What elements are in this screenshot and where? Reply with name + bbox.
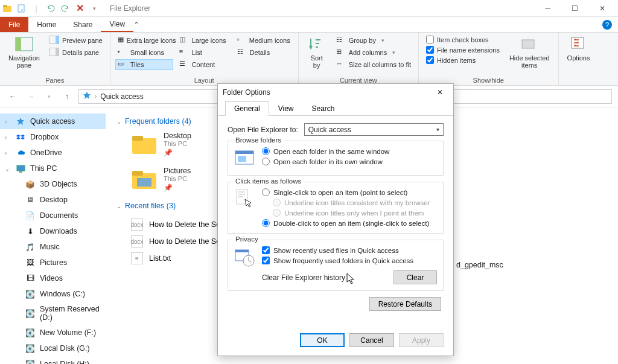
sidebar-item-drive-c[interactable]: 💽Windows (C:) (0, 286, 106, 302)
sidebar-item-3d-objects[interactable]: 📦3D Objects (0, 176, 106, 192)
sidebar-item-drive-g[interactable]: 💽Local Disk (G:) (0, 340, 106, 356)
details-pane-button[interactable]: Details pane (47, 47, 105, 58)
open-explorer-select[interactable]: Quick access▾ (304, 123, 444, 136)
ribbon-group-currentview: Sort by ☷Group by▾ ⊞Add columns▾ ↔Size a… (299, 33, 419, 85)
sidebar-item-downloads[interactable]: ⬇Downloads (0, 223, 106, 239)
radio-double-click[interactable]: Double-click to open an item (single-cli… (262, 219, 437, 227)
qat-delete-icon[interactable]: ✕ (75, 4, 84, 13)
apply-button[interactable]: Apply (399, 333, 444, 347)
radio-same-window[interactable]: Open each folder in the same window (262, 147, 437, 155)
cloud-icon (16, 148, 25, 158)
sidebar-item-documents[interactable]: 📄Documents (0, 208, 106, 223)
layout-details[interactable]: ☷Details (235, 47, 293, 58)
layout-small[interactable]: ▪Small icons (115, 47, 173, 58)
sidebar-dropbox[interactable]: ›Dropbox (0, 129, 106, 145)
clear-button[interactable]: Clear (393, 270, 437, 284)
sidebar-quick-access[interactable]: ›Quick access (0, 113, 106, 129)
dialog-tab-view[interactable]: View (269, 101, 303, 116)
radio-single-click[interactable]: Single-click to open an item (point to s… (262, 188, 437, 196)
radio-own-window[interactable]: Open each folder in its own window (262, 158, 437, 165)
folder-item-pictures[interactable]: PicturesThis PC📌 (131, 167, 191, 192)
pictures-icon: 🖼 (25, 258, 35, 267)
folder-item-desktop[interactable]: DesktopThis PC📌 (131, 132, 191, 157)
svg-marker-15 (16, 137, 21, 139)
add-columns-button[interactable]: ⊞Add columns▾ (334, 47, 413, 58)
nav-history-dropdown[interactable]: ▾ (42, 90, 56, 103)
nav-forward-button[interactable]: → (24, 90, 37, 103)
layout-large[interactable]: ◫Large icons (177, 35, 231, 46)
options-button[interactable]: Options (564, 35, 594, 63)
check-recent-files[interactable]: Show recently used files in Quick access (262, 246, 437, 254)
sidebar-item-drive-f[interactable]: 💽New Volume (F:) (0, 325, 106, 340)
sidebar-item-pictures[interactable]: 🖼Pictures (0, 255, 106, 270)
svg-rect-23 (137, 178, 151, 187)
txt-icon: ≡ (131, 252, 143, 264)
dialog-title: Folder Options (223, 88, 270, 97)
sidebar-item-desktop[interactable]: 🖥Desktop (0, 192, 106, 208)
drive-icon: 💽 (25, 308, 35, 318)
sidebar-item-drive-d[interactable]: 💽System Reserved (D:) (0, 302, 106, 325)
svg-rect-20 (132, 136, 143, 141)
sidebar-thispc[interactable]: ⌄This PC (0, 161, 106, 176)
sidebar-item-videos[interactable]: 🎞Videos (0, 270, 106, 286)
dialog-tab-general[interactable]: General (225, 101, 269, 116)
minimize-button[interactable]: ─ (534, 0, 561, 17)
cancel-button[interactable]: Cancel (349, 333, 394, 347)
dialog-titlebar: Folder Options ✕ (218, 84, 453, 101)
preview-pane-button[interactable]: Preview pane (47, 35, 105, 46)
qat-properties-icon[interactable] (17, 4, 27, 13)
cursor-click-icon (234, 188, 256, 210)
collapse-ribbon-icon[interactable]: ⌃ (133, 21, 139, 29)
navigation-pane-button[interactable]: Navigation pane (5, 35, 43, 70)
svg-rect-25 (235, 151, 253, 154)
help-icon[interactable]: ? (602, 20, 612, 30)
layout-extra-large[interactable]: ▦Extra large icons (115, 35, 173, 46)
check-file-extensions[interactable]: File name extensions (424, 45, 502, 54)
size-columns-button[interactable]: ↔Size all columns to fit (334, 59, 413, 70)
nav-up-button[interactable]: ↑ (60, 90, 74, 103)
dialog-tab-search[interactable]: Search (303, 101, 344, 116)
browse-folders-fieldset: Browse folders Open each folder in the s… (228, 141, 444, 176)
ribbon-group-options: Options (559, 33, 599, 85)
tab-view[interactable]: View (101, 17, 133, 32)
chevron-down-icon: ⌄ (116, 118, 121, 125)
sort-by-button[interactable]: Sort by (304, 35, 330, 70)
chevron-right-icon: › (5, 150, 7, 156)
layout-list[interactable]: ≡List (177, 47, 231, 58)
restore-defaults-button[interactable]: Restore Defaults (369, 297, 441, 311)
maximize-button[interactable]: ☐ (561, 0, 588, 17)
sidebar-item-music[interactable]: 🎵Music (0, 239, 106, 255)
dropbox-icon (16, 132, 25, 142)
sidebar-onedrive[interactable]: ›OneDrive (0, 145, 106, 161)
layout-content[interactable]: ☰Content (177, 59, 231, 70)
group-by-button[interactable]: ☷Group by▾ (334, 35, 413, 46)
svg-rect-6 (56, 36, 59, 44)
hide-selected-button[interactable]: Hide selected items (506, 35, 553, 70)
sidebar-item-drive-h[interactable]: 💽Local Disk (H:) (0, 356, 106, 364)
tab-share[interactable]: Share (65, 17, 101, 32)
tab-home[interactable]: Home (28, 17, 65, 32)
drive-icon: 💽 (25, 328, 35, 337)
qat-redo-icon[interactable] (60, 4, 70, 13)
star-icon (16, 117, 25, 126)
desktop-icon: 🖥 (25, 195, 35, 205)
check-item-checkboxes[interactable]: Item check boxes (424, 35, 502, 44)
qat-dropdown-icon[interactable]: ▾ (89, 4, 99, 13)
qat-undo-icon[interactable] (46, 4, 56, 13)
clock-icon (234, 246, 256, 268)
docx-icon: docx (131, 219, 143, 231)
check-hidden-items[interactable]: Hidden items (424, 56, 502, 65)
titlebar: | ✕ ▾ File Explorer ─ ☐ ✕ (0, 0, 618, 17)
privacy-fieldset: Privacy Show recently used files in Quic… (228, 240, 444, 291)
ok-button[interactable]: OK (300, 333, 345, 347)
layout-tiles[interactable]: ▭Tiles (115, 59, 173, 70)
svg-rect-22 (132, 171, 143, 176)
close-button[interactable]: ✕ (588, 0, 616, 17)
sidebar: ›Quick access ›Dropbox ›OneDrive ⌄This P… (0, 107, 106, 364)
tab-file[interactable]: File (0, 17, 28, 32)
dialog-close-button[interactable]: ✕ (432, 86, 448, 99)
nav-back-button[interactable]: ← (6, 90, 19, 103)
star-icon (83, 91, 91, 101)
layout-medium[interactable]: ▫Medium icons (235, 35, 293, 46)
check-frequent-folders[interactable]: Show frequently used folders in Quick ac… (262, 257, 437, 264)
